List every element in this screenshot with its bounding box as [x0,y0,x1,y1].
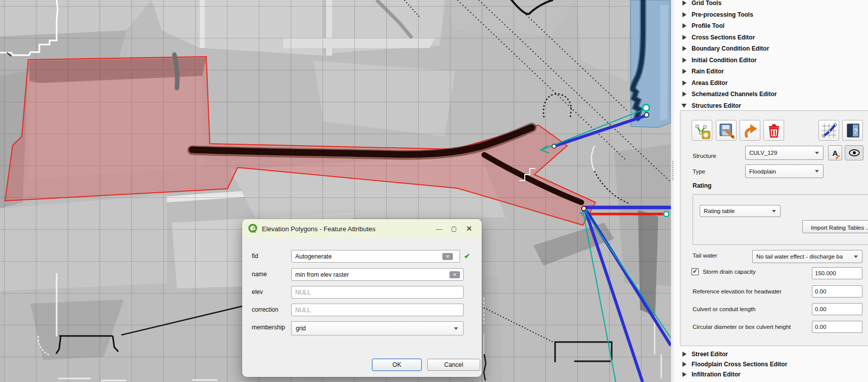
structures-editor-group: ? Structure CULV_129 A Type Floodplain R… [680,110,868,346]
chevron-right-icon [682,58,687,63]
correction-label: correction [252,306,279,313]
section-boundary-condition-editor[interactable]: Boundary Condition Editor [674,44,868,53]
dialog-titlebar[interactable]: Elevation Polygons - Feature Attributes … [242,219,482,238]
rating-frame: Rating table Import Rating Tables ... [693,194,868,245]
help-button[interactable]: ? [842,120,863,141]
eye-icon [848,148,861,157]
chevron-down-icon [815,170,819,173]
culvert-length-input[interactable] [812,303,862,315]
section-infiltration-editor[interactable]: Infiltration Editor [674,370,868,378]
culvert-height-input[interactable] [812,321,862,333]
chevron-right-icon [682,80,687,86]
clear-field-icon[interactable]: ✕ [442,253,453,260]
channel-region-blue [630,0,670,128]
field-row-correction: correction [242,304,482,317]
valid-check-icon: ✔ [464,252,470,260]
chevron-right-icon [682,352,687,357]
cancel-button[interactable]: Cancel [427,359,480,371]
chevron-right-icon [682,362,687,367]
section-initial-condition-editor[interactable]: Initial Condition Editor [674,56,868,64]
rating-mode-select[interactable]: Rating table [700,205,781,217]
field-row-name: name ✕ [242,268,482,281]
section-profile-tool[interactable]: Profile Tool [674,21,868,30]
section-floodplain-cross-sections-editor[interactable]: Floodplain Cross Sections Editor [674,360,868,368]
schematize-icon [820,121,838,140]
chevron-right-icon [682,12,687,17]
digitize-structure-button[interactable] [692,120,712,141]
schematize-structure-button[interactable] [818,120,839,141]
storm-drain-input[interactable] [812,267,862,279]
import-rating-tables-button[interactable]: Import Rating Tables ... [802,220,868,233]
chevron-right-icon [682,69,687,74]
field-row-elev: elev [242,286,482,299]
trash-icon [765,121,783,140]
digitize-icon [693,121,711,140]
clear-field-icon[interactable]: ✕ [449,271,460,278]
section-pre-processing-tools[interactable]: Pre-processing Tools [674,10,868,19]
field-row-fid: fid ✕ ✔ [242,250,482,263]
ok-button[interactable]: OK [372,359,422,371]
section-grid-tools[interactable]: Grid Tools [674,0,868,7]
section-schematized-channels-editor[interactable]: Schematized Channels Editor [674,90,868,98]
chevron-right-icon [682,1,687,6]
save-icon [717,121,736,140]
fid-input[interactable] [291,250,460,263]
delete-structure-button[interactable] [763,120,784,141]
chevron-right-icon [682,46,687,51]
field-row-membership: membership grid [242,321,482,334]
structure-select[interactable]: CULV_129 [745,146,824,160]
section-street-editor[interactable]: Street Editor [674,350,868,358]
splitter-handle-icon [672,161,673,180]
ref-elevation-label: Reference elevation for headwater [693,288,782,294]
save-structure-button[interactable] [716,120,737,141]
type-select[interactable]: Floodplain [745,164,824,178]
toggle-visibility-button[interactable] [845,145,863,160]
type-label: Type [693,168,705,175]
storm-drain-checkbox[interactable]: ✓ [692,268,699,275]
chevron-right-icon [682,92,687,97]
qgis-logo-icon [248,224,258,234]
fid-label: fid [252,252,258,260]
dialog-title: Elevation Polygons - Feature Attributes [262,225,376,233]
rating-heading: Rating [693,182,711,189]
name-input[interactable] [291,268,464,281]
storm-drain-label: Storm drain capacity [703,269,756,275]
name-label: name [252,271,267,278]
chevron-right-icon [682,372,687,377]
membership-select[interactable]: grid [291,321,464,335]
section-cross-sections-editor[interactable]: Cross Sections Editor [674,33,868,41]
maximize-button[interactable]: ▢ [446,222,462,236]
checkbox-check-icon: ✓ [693,268,698,275]
tail-water-label: Tail water [693,252,717,259]
svg-text:?: ? [853,126,857,135]
chevron-down-icon [854,256,858,258]
chevron-down-icon [772,210,776,213]
chevron-down-icon [454,327,458,330]
section-structures-editor[interactable]: Structures Editor [674,101,868,110]
culvert-length-label: Culvert or conduit length [693,306,756,312]
membership-label: membership [252,324,285,331]
rename-structure-button[interactable]: A [828,145,842,160]
culvert-height-label: Circular diameter or box culvert height [693,324,791,330]
chevron-right-icon [682,23,687,28]
chevron-down-icon [681,104,687,108]
correction-input[interactable] [291,304,464,316]
minimize-button[interactable]: — [431,222,446,236]
tail-water-select[interactable]: No tail water effect - discharge ba [752,250,862,263]
elev-input[interactable] [291,286,464,299]
section-rain-editor[interactable]: Rain Editor [674,67,868,75]
chevron-down-icon [815,152,819,154]
undo-icon [741,121,759,140]
help-icon: ? [844,121,862,140]
structure-label: Structure [693,153,716,159]
section-areas-editor[interactable]: Areas Editor [674,78,868,87]
tools-panel: Grid Tools Pre-processing Tools Profile … [674,0,868,382]
close-button[interactable]: ✕ [462,222,477,236]
chevron-right-icon [682,35,687,40]
elev-label: elev [252,288,263,295]
ref-elevation-input[interactable] [812,285,862,298]
revert-changes-button[interactable] [740,120,760,141]
feature-attributes-dialog: Elevation Polygons - Feature Attributes … [242,219,482,377]
